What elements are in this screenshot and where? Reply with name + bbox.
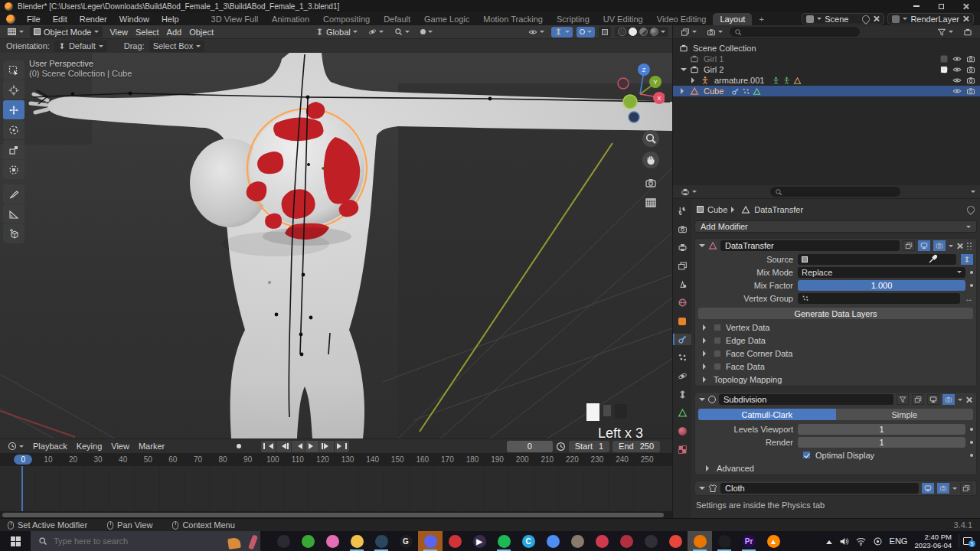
- simple-option[interactable]: Simple: [836, 409, 974, 420]
- workspace-tab[interactable]: UV Editing: [596, 13, 650, 25]
- render-toggle[interactable]: [933, 240, 946, 251]
- frame-tick[interactable]: 10: [36, 455, 61, 464]
- transform-tool[interactable]: [3, 160, 24, 179]
- taskbar-app-icon[interactable]: [320, 531, 345, 551]
- playhead[interactable]: [21, 466, 23, 511]
- overlays-toggle[interactable]: [577, 27, 595, 37]
- taskbar-app-icon[interactable]: C: [516, 531, 541, 551]
- start-button[interactable]: [0, 531, 31, 551]
- section-row[interactable]: Face Data: [695, 360, 976, 373]
- collapse-icon[interactable]: [699, 487, 705, 493]
- frame-tick[interactable]: 70: [185, 455, 211, 464]
- xray-toggle[interactable]: [599, 27, 611, 37]
- source-object-field[interactable]: [798, 254, 956, 265]
- animate-dot[interactable]: [970, 441, 973, 444]
- move-tool[interactable]: [3, 100, 24, 119]
- tab-texture[interactable]: [673, 444, 691, 455]
- measure-tool[interactable]: [3, 204, 24, 223]
- frame-tick[interactable]: 250: [635, 455, 660, 464]
- pin-id-icon[interactable]: [965, 204, 976, 214]
- frame-tick[interactable]: 130: [335, 455, 361, 464]
- menu-item[interactable]: Help: [156, 14, 185, 24]
- gizmos-toggle[interactable]: [551, 27, 573, 37]
- outliner-display-mode-button[interactable]: [704, 27, 726, 37]
- render-camera-icon[interactable]: [966, 86, 975, 96]
- tab-modifiers[interactable]: [673, 334, 691, 345]
- orientation-dropdown[interactable]: Default: [54, 41, 107, 52]
- viewport-menu-item[interactable]: Object: [185, 28, 217, 37]
- tab-object-data[interactable]: [673, 407, 691, 419]
- viewport-3d[interactable]: User Perspective (0) Scene Collection | …: [0, 53, 672, 439]
- action-center-button[interactable]: 5: [959, 534, 975, 548]
- select-box-tool[interactable]: [3, 60, 24, 80]
- breadcrumb-modifier[interactable]: DataTransfer: [754, 205, 803, 214]
- rotate-tool[interactable]: [3, 120, 24, 139]
- optimal-display-checkbox[interactable]: [802, 451, 811, 459]
- frame-tick[interactable]: 140: [360, 455, 385, 464]
- outliner-row-armature[interactable]: armature.001: [673, 75, 980, 86]
- search-input[interactable]: [54, 536, 184, 546]
- timeline-ruler[interactable]: 0102030405060708090100110120130140150160…: [0, 453, 672, 466]
- render-levels-field[interactable]: 1: [798, 437, 965, 448]
- outliner-search[interactable]: [730, 27, 860, 37]
- taskbar-app-icon[interactable]: [688, 531, 712, 551]
- timeline-scrollbar[interactable]: [0, 511, 672, 518]
- frame-end-field[interactable]: End 250: [612, 441, 660, 452]
- section-row[interactable]: Edge Data: [695, 334, 976, 347]
- render-toggle[interactable]: [937, 483, 949, 494]
- eyedropper-button[interactable]: [961, 254, 973, 265]
- frame-tick[interactable]: 160: [410, 455, 436, 464]
- section-row[interactable]: Face Corner Data: [695, 347, 976, 360]
- taskbar-app-icon[interactable]: [492, 531, 516, 551]
- scene-selector[interactable]: Scene: [802, 13, 884, 24]
- outliner-row-girl1[interactable]: Girl 1: [673, 54, 980, 64]
- expand-icon[interactable]: [681, 68, 687, 74]
- frame-tick[interactable]: 100: [260, 455, 286, 464]
- maximize-button[interactable]: [931, 0, 951, 12]
- taskbar-app-icon[interactable]: [369, 531, 394, 551]
- outliner-row-cube[interactable]: Cube: [673, 86, 980, 96]
- extras-dropdown-icon[interactable]: [952, 487, 957, 492]
- tab-material[interactable]: [673, 425, 691, 437]
- cursor-tool[interactable]: [3, 80, 24, 99]
- outliner-options-button[interactable]: [960, 27, 975, 37]
- shading-wireframe-button[interactable]: [618, 28, 626, 36]
- shading-rendered-button[interactable]: [650, 28, 658, 36]
- tab-object[interactable]: [673, 315, 691, 327]
- taskbar-app-icon[interactable]: ▲: [761, 531, 786, 551]
- outliner-filter-button[interactable]: [934, 27, 956, 37]
- frame-tick[interactable]: 0: [14, 455, 32, 465]
- frame-start-field[interactable]: Start 1: [569, 441, 609, 452]
- jump-to-start-button[interactable]: [261, 441, 276, 452]
- hide-eye-icon[interactable]: [952, 76, 962, 85]
- properties-editor-type-button[interactable]: [678, 187, 700, 197]
- pivot-point-button[interactable]: [365, 27, 387, 37]
- pin-icon[interactable]: [861, 13, 871, 24]
- viewport-menu-item[interactable]: View: [106, 28, 132, 37]
- workspace-tab[interactable]: Motion Tracking: [476, 13, 550, 25]
- exclude-checkbox[interactable]: [940, 55, 948, 63]
- stopwatch-icon[interactable]: [556, 442, 566, 452]
- close-button[interactable]: [956, 0, 975, 12]
- frame-tick[interactable]: 230: [585, 455, 610, 464]
- jump-to-end-button[interactable]: [335, 441, 349, 452]
- shading-solid-button[interactable]: [629, 28, 637, 36]
- frame-tick[interactable]: 150: [385, 455, 410, 464]
- workspace-tab[interactable]: Default: [377, 13, 417, 25]
- taskbar-app-icon[interactable]: [614, 531, 639, 551]
- breadcrumb-object[interactable]: Cube: [707, 205, 727, 214]
- modifier-name-field[interactable]: Subdivision: [719, 394, 893, 405]
- render-toggle[interactable]: [942, 394, 955, 405]
- hide-eye-icon[interactable]: [952, 86, 962, 96]
- exclude-checkbox[interactable]: [940, 66, 948, 73]
- realtime-display-toggle[interactable]: [922, 483, 934, 494]
- tab-tool[interactable]: [673, 205, 691, 217]
- collapse-icon[interactable]: [699, 398, 705, 404]
- workspace-tab[interactable]: Compositing: [316, 13, 377, 25]
- render-camera-icon[interactable]: [966, 76, 975, 85]
- tab-particles[interactable]: [673, 352, 691, 364]
- tab-physics[interactable]: [673, 370, 691, 382]
- add-modifier-dropdown[interactable]: Add Modifier: [694, 220, 977, 233]
- modifier-name-field[interactable]: DataTransfer: [720, 240, 900, 251]
- blender-menu-icon[interactable]: [6, 15, 15, 24]
